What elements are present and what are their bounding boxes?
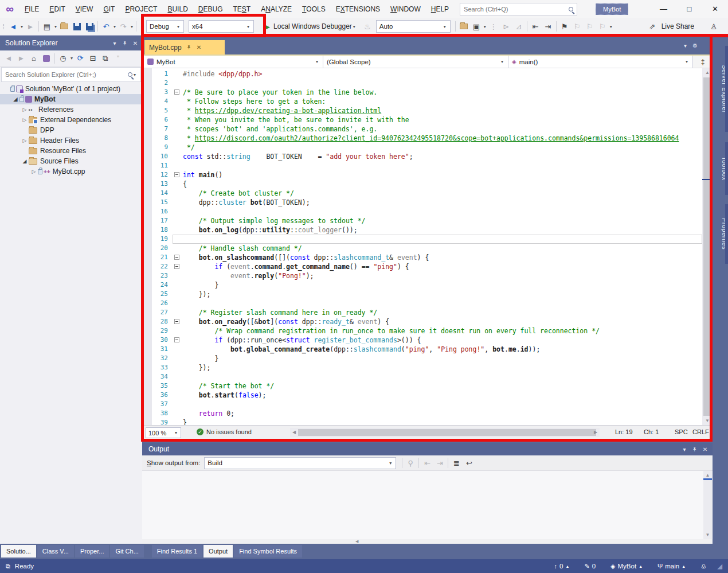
- tree-item-external-dependencies[interactable]: ▷External Dependencies: [0, 115, 142, 125]
- notifications-bell-icon[interactable]: 🕭: [700, 563, 707, 570]
- editor-settings-gear-icon[interactable]: ⚙: [692, 42, 698, 49]
- se-switch-views-icon[interactable]: [40, 52, 53, 65]
- clear-bookmarks-icon[interactable]: ⚐: [596, 20, 609, 33]
- live-share-label[interactable]: Live Share: [662, 22, 694, 30]
- split-window-button[interactable]: ‡: [693, 56, 713, 68]
- project-scope-combo[interactable]: MyBot▾: [144, 56, 323, 68]
- se-forward-icon[interactable]: ►: [15, 52, 28, 65]
- next-bookmark-icon[interactable]: ⚐: [584, 20, 596, 33]
- repository-button[interactable]: ◈ MyBot ▲: [610, 563, 643, 570]
- vertical-scrollbar-thumb[interactable]: [703, 77, 711, 416]
- background-tasks-icon[interactable]: ⧉: [6, 563, 10, 570]
- indent-increase-icon[interactable]: ⇥: [542, 20, 554, 33]
- scroll-down-icon[interactable]: ▼: [702, 416, 713, 425]
- fold-collapse-icon[interactable]: [173, 88, 183, 97]
- output-vertical-scrollbar[interactable]: ▲ ▼: [703, 471, 712, 539]
- horizontal-scrollbar-thumb[interactable]: [298, 429, 596, 436]
- scroll-up-icon[interactable]: ▲: [702, 68, 713, 77]
- menu-help[interactable]: HELP: [426, 0, 454, 18]
- solution-home-icon[interactable]: ▣: [470, 20, 483, 33]
- bookmark-dropdown[interactable]: ▾: [610, 24, 612, 29]
- start-debugging-icon[interactable]: ▶: [261, 20, 273, 33]
- push-commits-button[interactable]: ↑ 0 ▲: [554, 563, 570, 570]
- output-content[interactable]: ▲ ▼: [142, 471, 713, 539]
- pin-icon[interactable]: 🖈: [120, 40, 130, 46]
- auto-combo[interactable]: Auto▾: [376, 20, 451, 33]
- configuration-combo[interactable]: Debug▾: [146, 20, 184, 33]
- start-debugging-label[interactable]: Local Windows Debugger: [273, 22, 352, 30]
- editor-vertical-scrollbar[interactable]: ▲ ▼: [702, 68, 713, 425]
- previous-message-icon[interactable]: ⇤: [421, 457, 433, 469]
- word-wrap-icon[interactable]: ↩: [463, 457, 475, 469]
- menu-window[interactable]: WINDOW: [385, 0, 426, 18]
- collapse-arrow-icon[interactable]: ◢: [21, 158, 29, 164]
- menu-test[interactable]: TEST: [228, 0, 256, 18]
- attach-icon[interactable]: ⊳: [500, 20, 512, 33]
- se-home-icon[interactable]: ⌂: [28, 52, 40, 65]
- tool-tab-find-symbol-results[interactable]: Find Symbol Results: [234, 545, 302, 558]
- type-scope-combo[interactable]: (Global Scope)▾: [323, 56, 508, 68]
- eol-indicator[interactable]: CRLF: [692, 428, 709, 435]
- expand-arrow-icon[interactable]: ▷: [21, 138, 29, 143]
- side-tab-server-explorer[interactable]: Server Explorer: [715, 46, 728, 132]
- document-tab[interactable]: MyBot.cpp 🖈 ✕: [144, 40, 225, 54]
- tab-pin-icon[interactable]: 🖈: [186, 44, 192, 50]
- se-collapse-all-icon[interactable]: ⊟: [87, 52, 99, 65]
- redo-dropdown[interactable]: ▾: [131, 24, 133, 29]
- zoom-combo[interactable]: 100 %▾: [146, 427, 181, 438]
- issues-indicator[interactable]: ✓ No issues found: [197, 428, 252, 435]
- se-overflow-icon[interactable]: ”: [112, 52, 124, 65]
- maximize-button[interactable]: □: [676, 0, 702, 18]
- side-tab-toolbox[interactable]: Toolbox: [715, 142, 728, 195]
- new-project-icon[interactable]: ▤: [41, 20, 53, 33]
- fold-collapse-icon[interactable]: [173, 253, 183, 262]
- output-titlebar[interactable]: Output ▾ 🖈 ✕: [142, 443, 713, 455]
- navigate-back-dropdown[interactable]: ▾: [21, 24, 23, 29]
- account-button[interactable]: MyBot: [596, 3, 628, 15]
- minimize-button[interactable]: —: [651, 0, 676, 18]
- menu-debug[interactable]: DEBUG: [193, 0, 228, 18]
- open-file-icon[interactable]: [58, 20, 71, 33]
- se-back-icon[interactable]: ◄: [2, 52, 15, 65]
- profiler-icon[interactable]: ⊿: [512, 20, 525, 33]
- find-message-icon[interactable]: ⚲: [404, 457, 417, 469]
- scroll-right-icon[interactable]: ▶: [592, 428, 600, 437]
- previous-bookmark-icon[interactable]: ⚐: [571, 20, 584, 33]
- pending-edits-button[interactable]: ✎ 0: [584, 563, 596, 570]
- expand-arrow-icon[interactable]: ▷: [30, 169, 38, 174]
- close-icon[interactable]: ✕: [130, 40, 140, 46]
- tree-item-solution-mybot-1-of-1-project-[interactable]: Solution 'MyBot' (1 of 1 project): [0, 84, 142, 94]
- menu-file[interactable]: FILE: [19, 0, 44, 18]
- tool-tab-git-ch-[interactable]: Git Ch...: [110, 545, 143, 558]
- comment-link[interactable]: https://discord.com/oauth2/authorize?cli…: [195, 134, 679, 142]
- save-all-icon[interactable]: [83, 20, 96, 33]
- tool-tab-proper-[interactable]: Proper...: [75, 545, 109, 558]
- tool-tab-find-results-1[interactable]: Find Results 1: [152, 545, 202, 558]
- menu-analyze[interactable]: ANALYZE: [256, 0, 297, 18]
- panel-options-icon[interactable]: ▾: [109, 40, 120, 46]
- output-source-combo[interactable]: Build▾: [204, 457, 396, 469]
- clear-all-icon[interactable]: ≣: [450, 457, 463, 469]
- tree-item-resource-files[interactable]: Resource Files: [0, 146, 142, 156]
- tree-item-dpp[interactable]: DPP: [0, 125, 142, 135]
- feedback-icon[interactable]: ♙: [707, 20, 720, 33]
- navigate-back-icon[interactable]: ◄: [7, 20, 19, 33]
- tree-item-mybot-cpp[interactable]: ▷++MyBot.cpp: [0, 166, 142, 177]
- platform-combo[interactable]: x64▾: [189, 20, 254, 33]
- code-editor[interactable]: 1#include <dpp/dpp.h>23/* Be sure to pla…: [144, 68, 713, 425]
- solution-explorer-search-box[interactable]: ▾: [1, 67, 141, 82]
- tree-item-references[interactable]: ▷▪▪References: [0, 104, 142, 115]
- tree-item-mybot[interactable]: ◢MyBot: [0, 94, 142, 104]
- expand-arrow-icon[interactable]: ▷: [21, 117, 29, 123]
- quick-search-input[interactable]: [464, 6, 569, 13]
- se-refresh-icon[interactable]: ⟳: [74, 52, 87, 65]
- se-pending-changes-dropdown[interactable]: ▾: [71, 56, 73, 61]
- editor-horizontal-scrollbar[interactable]: ◀ ▶: [290, 428, 600, 437]
- space-mode-indicator[interactable]: SPC: [675, 428, 688, 435]
- pin-icon[interactable]: 🖈: [690, 446, 700, 453]
- se-pending-changes-icon[interactable]: ◷: [57, 52, 69, 65]
- undo-dropdown[interactable]: ▾: [113, 24, 116, 29]
- indent-decrease-icon[interactable]: ⇤: [529, 20, 542, 33]
- undo-icon[interactable]: ↶: [100, 20, 112, 33]
- redo-icon[interactable]: ↷: [117, 20, 130, 33]
